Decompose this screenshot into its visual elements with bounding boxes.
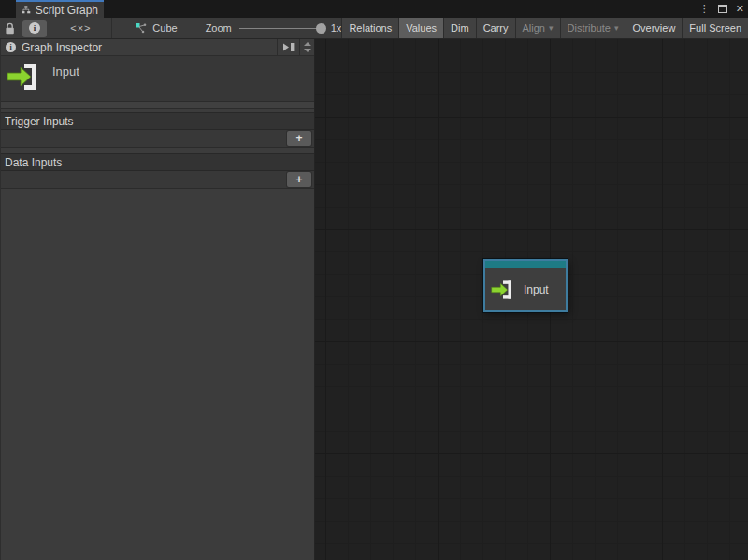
main-area: i Graph Inspector Input T xyxy=(0,39,748,560)
trigger-inputs-list: + xyxy=(1,130,314,148)
button-label: Distribute xyxy=(568,22,611,34)
selected-unit-summary: Input xyxy=(1,56,314,102)
graph-canvas[interactable]: Input xyxy=(315,39,748,560)
dock-panel-icon xyxy=(281,42,295,52)
button-label: Overview xyxy=(633,22,676,34)
trigger-inputs-header: Trigger Inputs xyxy=(1,112,314,130)
tab-title: Script Graph xyxy=(36,4,98,17)
window-controls: ⋮ ✕ xyxy=(699,0,744,18)
zoom-label: Zoom xyxy=(206,22,232,34)
full-screen-button[interactable]: Full Screen xyxy=(682,18,748,38)
relations-button[interactable]: Relations xyxy=(341,18,398,38)
button-label: Relations xyxy=(349,22,392,34)
input-unit-icon xyxy=(7,62,42,92)
button-label: Align xyxy=(523,22,545,34)
code-icon: <×> xyxy=(70,22,91,34)
info-icon: i xyxy=(6,42,16,52)
chevron-up-icon[interactable] xyxy=(304,42,311,46)
panel-reorder-spinner[interactable] xyxy=(299,39,314,55)
zoom-slider[interactable] xyxy=(239,28,324,29)
toolbar-button-group: Relations Values Dim Carry Align ▾ Distr… xyxy=(341,18,748,38)
distribute-dropdown-button[interactable]: Distribute ▾ xyxy=(560,18,626,38)
script-graph-icon xyxy=(22,4,31,16)
title-tab-bar: Script Graph ⋮ ✕ xyxy=(0,0,748,18)
inspector-divider xyxy=(1,102,314,109)
window-menu-icon[interactable]: ⋮ xyxy=(699,4,710,14)
align-dropdown-button[interactable]: Align ▾ xyxy=(515,18,560,38)
chevron-down-icon: ▾ xyxy=(614,23,619,33)
zoom-slider-knob[interactable] xyxy=(316,23,326,34)
graph-inspector-title: Graph Inspector xyxy=(22,41,277,54)
close-icon[interactable]: ✕ xyxy=(736,4,744,14)
add-trigger-input-button[interactable]: + xyxy=(287,131,311,146)
add-data-input-button[interactable]: + xyxy=(287,172,311,187)
button-label: Full Screen xyxy=(689,22,741,34)
inspector-empty-area xyxy=(1,189,314,560)
button-label: Values xyxy=(406,22,437,34)
graph-nodes-icon xyxy=(135,22,147,35)
values-button[interactable]: Values xyxy=(398,18,443,38)
zoom-control: Zoom 1x xyxy=(206,18,342,38)
data-inputs-header: Data Inputs xyxy=(1,153,314,171)
graph-inspector-panel: i Graph Inspector Input T xyxy=(0,39,315,560)
data-inputs-list: + xyxy=(1,171,314,189)
graph-owner-breadcrumb[interactable]: Cube xyxy=(135,18,177,38)
panel-dock-button[interactable] xyxy=(277,39,299,55)
code-preview-button[interactable]: <×> xyxy=(50,18,111,38)
input-node-body: Input xyxy=(485,268,566,310)
button-label: Dim xyxy=(451,22,469,34)
graph-inspector-header: i Graph Inspector xyxy=(1,39,314,56)
lock-icon xyxy=(5,22,15,35)
overview-button[interactable]: Overview xyxy=(626,18,683,38)
chevron-down-icon[interactable] xyxy=(304,49,311,52)
input-node[interactable]: Input xyxy=(483,259,568,312)
input-unit-icon xyxy=(491,280,515,300)
zoom-value: 1x xyxy=(331,22,342,34)
button-label: Carry xyxy=(483,22,509,34)
unit-title: Input xyxy=(52,65,79,101)
input-node-label: Input xyxy=(524,283,549,296)
dim-button[interactable]: Dim xyxy=(443,18,476,38)
toolbar-separator xyxy=(111,18,112,38)
input-node-header[interactable] xyxy=(485,261,566,268)
carry-button[interactable]: Carry xyxy=(476,18,515,38)
graph-toolbar: i <×> Cube Zoom 1x Relations Values Dim xyxy=(0,18,748,39)
graph-owner-label: Cube xyxy=(152,22,177,34)
inspector-toggle-button[interactable]: i xyxy=(22,20,46,37)
lock-button[interactable] xyxy=(0,18,20,38)
maximize-icon[interactable] xyxy=(718,5,727,13)
tab-script-graph[interactable]: Script Graph xyxy=(16,0,104,18)
info-icon: i xyxy=(29,22,40,34)
chevron-down-icon: ▾ xyxy=(549,23,554,33)
